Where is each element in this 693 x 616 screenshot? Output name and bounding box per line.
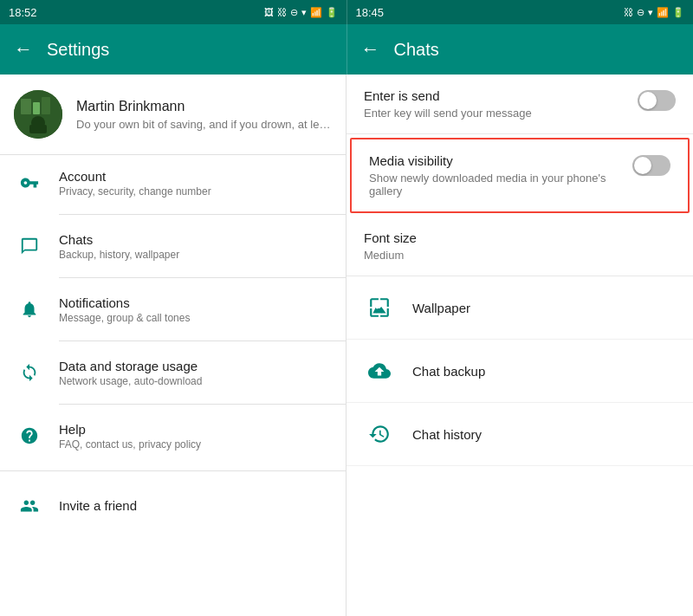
chats-title: Chats [59, 232, 332, 247]
no-disturb-icon: ⊖ [290, 7, 298, 18]
r-battery-icon: 🔋 [672, 7, 684, 18]
account-title: Account [59, 169, 332, 184]
right-panel: Enter is send Enter key will send your m… [346, 75, 693, 616]
sidebar-item-account[interactable]: Account Privacy, security, change number [0, 155, 346, 211]
right-header: ← Chats [346, 24, 694, 75]
wifi-icon: ▾ [301, 7, 307, 18]
profile-info: Martin Brinkmann Do your own bit of savi… [76, 99, 332, 131]
enter-is-send-item[interactable]: Enter is send Enter key will send your m… [346, 75, 693, 134]
svg-rect-2 [33, 102, 40, 114]
help-title: Help [59, 422, 332, 437]
notifications-text: Notifications Message, group & call tone… [59, 295, 332, 324]
r-signal-icon: 📶 [657, 7, 669, 18]
history-icon [364, 418, 395, 450]
enter-is-send-title: Enter is send [364, 88, 624, 103]
status-bars: 18:52 🖼 ⛓ ⊖ ▾ 📶 🔋 18:45 ⛓ ⊖ ▾ 📶 🔋 [0, 0, 693, 24]
divider-3 [59, 340, 346, 341]
wallpaper-icon [364, 292, 395, 323]
sidebar-item-data-storage[interactable]: Data and storage usage Network usage, au… [0, 345, 346, 400]
invite-text: Invite a friend [59, 498, 332, 515]
media-visibility-text: Media visibility Show newly downloaded m… [369, 153, 619, 198]
r-link-icon: ⛓ [624, 7, 633, 17]
account-subtitle: Privacy, security, change number [59, 185, 332, 198]
divider-2 [59, 277, 346, 278]
r-no-disturb-icon: ⊖ [637, 7, 644, 18]
help-text: Help FAQ, contact us, privacy policy [59, 422, 332, 451]
profile-name: Martin Brinkmann [76, 99, 332, 114]
right-header-title: Chats [394, 40, 439, 60]
font-size-value: Medium [364, 249, 676, 262]
right-status-bar: 18:45 ⛓ ⊖ ▾ 📶 🔋 [346, 0, 694, 24]
media-visibility-subtitle: Show newly downloaded media in your phon… [369, 172, 619, 198]
right-back-button[interactable]: ← [361, 38, 380, 61]
profile-status: Do your own bit of saving, and if you dr… [76, 118, 332, 131]
profile-section[interactable]: Martin Brinkmann Do your own bit of savi… [0, 75, 346, 155]
font-size-item[interactable]: Font size Medium [346, 217, 693, 276]
media-visibility-highlight: Media visibility Show newly downloaded m… [350, 138, 690, 213]
refresh-icon [14, 357, 45, 388]
avatar-image [14, 90, 62, 139]
main-content: Martin Brinkmann Do your own bit of savi… [0, 75, 693, 616]
left-status-bar: 18:52 🖼 ⛓ ⊖ ▾ 📶 🔋 [0, 0, 346, 24]
svg-rect-1 [21, 99, 31, 114]
left-header-title: Settings [47, 40, 109, 60]
sidebar-item-invite[interactable]: Invite a friend [0, 478, 346, 534]
account-text: Account Privacy, security, change number [59, 169, 332, 198]
right-status-icons: ⛓ ⊖ ▾ 📶 🔋 [624, 7, 684, 18]
left-back-button[interactable]: ← [14, 38, 33, 61]
media-visibility-item[interactable]: Media visibility Show newly downloaded m… [352, 139, 688, 211]
chat-backup-item[interactable]: Chat backup [346, 340, 693, 403]
chats-text: Chats Backup, history, wallpaper [59, 232, 332, 261]
left-status-icons: 🖼 ⛓ ⊖ ▾ 📶 🔋 [264, 7, 338, 18]
divider-4 [59, 404, 346, 405]
cloud-upload-icon [364, 355, 395, 386]
headers: ← Settings ← Chats [0, 24, 693, 75]
media-visibility-title: Media visibility [369, 153, 619, 168]
r-wifi-icon: ▾ [648, 7, 653, 18]
gallery-icon: 🖼 [264, 7, 274, 17]
svg-rect-5 [29, 125, 47, 133]
invite-title: Invite a friend [59, 498, 332, 513]
link-icon: ⛓ [277, 7, 287, 17]
svg-rect-3 [42, 97, 50, 114]
help-icon [14, 420, 45, 451]
signal-icon: 📶 [310, 7, 322, 18]
main-divider [0, 470, 346, 471]
enter-is-send-subtitle: Enter key will send your message [364, 107, 624, 120]
sidebar-item-notifications[interactable]: Notifications Message, group & call tone… [0, 282, 346, 337]
sidebar-item-help[interactable]: Help FAQ, contact us, privacy policy [0, 408, 346, 464]
avatar [14, 90, 62, 139]
notifications-subtitle: Message, group & call tones [59, 312, 332, 324]
wallpaper-item[interactable]: Wallpaper [346, 276, 693, 340]
chat-backup-title: Chat backup [412, 364, 485, 379]
bell-icon [14, 294, 45, 325]
battery-icon: 🔋 [326, 7, 338, 18]
divider-1 [59, 214, 346, 215]
chat-icon [14, 230, 45, 262]
media-visibility-toggle[interactable] [632, 155, 670, 176]
left-time: 18:52 [9, 6, 37, 19]
data-storage-title: Data and storage usage [59, 359, 332, 373]
right-time: 18:45 [356, 6, 385, 19]
notifications-title: Notifications [59, 295, 332, 310]
left-header: ← Settings [0, 24, 346, 75]
key-icon [14, 167, 45, 198]
chats-subtitle: Backup, history, wallpaper [59, 249, 332, 261]
people-icon [14, 490, 45, 522]
enter-is-send-text: Enter is send Enter key will send your m… [364, 88, 624, 120]
settings-menu: Account Privacy, security, change number… [0, 155, 346, 616]
enter-is-send-toggle[interactable] [638, 90, 676, 111]
wallpaper-title: Wallpaper [412, 301, 470, 315]
chat-history-item[interactable]: Chat history [346, 403, 693, 466]
font-size-title: Font size [364, 230, 676, 245]
data-storage-subtitle: Network usage, auto-download [59, 375, 332, 387]
data-storage-text: Data and storage usage Network usage, au… [59, 359, 332, 387]
chat-history-title: Chat history [412, 427, 482, 442]
help-subtitle: FAQ, contact us, privacy policy [59, 438, 332, 451]
sidebar-item-chats[interactable]: Chats Backup, history, wallpaper [0, 218, 346, 274]
left-panel: Martin Brinkmann Do your own bit of savi… [0, 75, 346, 616]
